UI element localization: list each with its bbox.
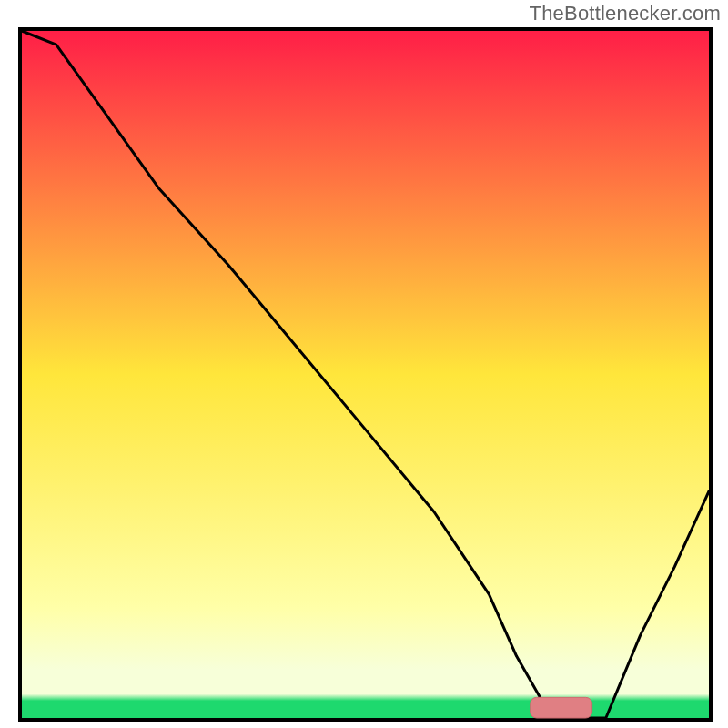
plot-svg — [0, 0, 728, 728]
optimal-range-marker — [531, 697, 592, 718]
branding-text: TheBottlenecker.com — [530, 2, 721, 25]
plot-background — [22, 31, 709, 718]
chart-container: TheBottlenecker.com — [0, 0, 728, 728]
